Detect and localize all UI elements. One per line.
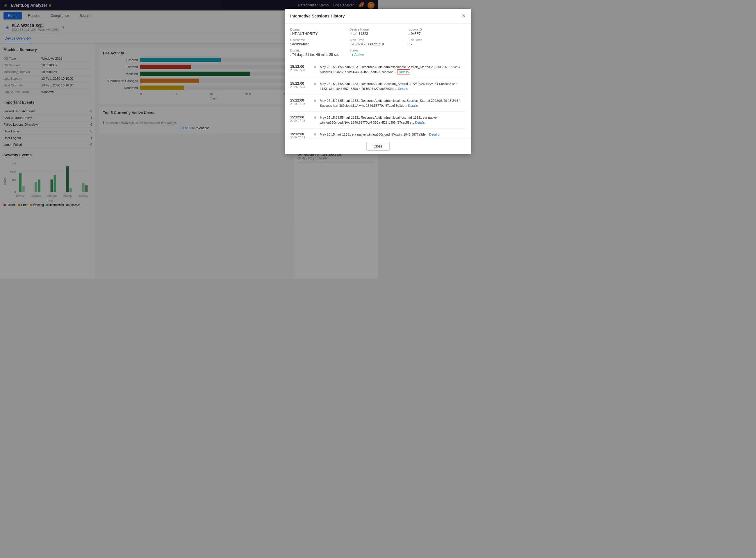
modal-header: Interactive Sessions History ✕ xyxy=(285,9,378,24)
session-entry-1: 15:12:00 2019-07-08 May 26 15:24:55 hari… xyxy=(290,78,378,95)
session-dot-3 xyxy=(314,117,316,119)
close-button[interactable]: Close xyxy=(367,142,378,151)
session-entry-3: 15:12:00 2019-07-08 May 26 15:24:55 hari… xyxy=(290,112,378,129)
session-date-4: 2019-07-08 xyxy=(290,136,310,138)
interactive-sessions-modal: Interactive Sessions History ✕ Domain : … xyxy=(285,9,378,154)
session-text-4: May 26 15 hari-11531 ela-native-win:log3… xyxy=(320,132,378,138)
session-text-0: May 26 15:24:55 hari-11531 ResourceAudit… xyxy=(320,65,378,74)
session-time-3: 15:12:00 xyxy=(290,115,310,119)
domain-value: : NT AUTHORITY xyxy=(290,32,347,36)
session-date-0: 2019-07-08 xyxy=(290,69,310,72)
session-text-1: May 26 15:24:55 hari-11531 ResourceAudit… xyxy=(320,81,378,91)
session-dot-0 xyxy=(314,66,316,68)
modal-overlay: Interactive Sessions History ✕ Domain : … xyxy=(0,0,378,279)
session-time-2: 15:12:00 xyxy=(290,98,310,102)
modal-info-start-time: Start Time : 2022-10-31 06:21:18 xyxy=(350,38,378,46)
session-text-2: May 26 15:24:55 hari-11531 ResourceAudit… xyxy=(320,98,378,108)
session-time-col-1: 15:12:00 2019-07-08 xyxy=(290,81,310,91)
session-time-col-2: 15:12:00 2019-07-08 xyxy=(290,98,310,108)
modal-info-username: Username : Admin-test xyxy=(290,38,347,46)
session-dot-4 xyxy=(314,133,316,135)
modal-info-duration: Duration : 74 days 21 hrs 46 mins 25 sec xyxy=(290,49,347,57)
domain-label: Domain xyxy=(290,28,347,31)
modal-body[interactable]: 15:12:00 2019-07-08 May 26 15:24:55 hari… xyxy=(285,61,378,138)
session-text-3: May 26 15:24:55 hari-11531 ResourceAudit… xyxy=(320,115,378,125)
session-entry-0: 15:12:00 2019-07-08 May 26 15:24:55 hari… xyxy=(290,61,378,78)
session-time-1: 15:12:00 xyxy=(290,81,310,85)
session-time-0: 15:12:00 xyxy=(290,65,310,69)
session-date-1: 2019-07-08 xyxy=(290,85,310,89)
session-entry-2: 15:12:00 2019-07-08 May 26 15:24:55 hari… xyxy=(290,95,378,112)
session-time-col-4: 15:12:00 2019-07-08 xyxy=(290,132,310,138)
session-date-3: 2019-07-08 xyxy=(290,119,310,123)
modal-footer: Close xyxy=(285,138,378,154)
session-dot-1 xyxy=(314,83,316,85)
modal-title: Interactive Sessions History xyxy=(290,14,345,18)
session-entry-4: 15:12:00 2019-07-08 May 26 15 hari-11531… xyxy=(290,129,378,138)
start-time-label: Start Time xyxy=(350,38,378,42)
session-dot-2 xyxy=(314,100,316,102)
duration-label: Duration xyxy=(290,49,347,52)
status-label: Status xyxy=(350,49,378,52)
device-name-value: : hari-11323 xyxy=(350,32,378,36)
username-label: Username xyxy=(290,38,347,42)
status-value: : ● Active xyxy=(350,53,378,57)
username-value: : Admin-test xyxy=(290,42,347,46)
modal-info-status: Status : ● Active xyxy=(350,49,378,57)
session-time-4: 15:12:00 xyxy=(290,132,310,136)
session-time-col-3: 15:12:00 2019-07-08 xyxy=(290,115,310,125)
modal-info-grid: Domain : NT AUTHORITY Device Name : hari… xyxy=(285,24,378,61)
duration-value: : 74 days 21 hrs 46 mins 25 sec xyxy=(290,53,347,57)
modal-info-domain: Domain : NT AUTHORITY xyxy=(290,28,347,36)
start-time-value: : 2022-10-31 06:21:18 xyxy=(350,42,378,46)
session-time-col-0: 15:12:00 2019-07-08 xyxy=(290,65,310,74)
device-name-label: Device Name xyxy=(350,28,378,31)
modal-info-device: Device Name : hari-11323 xyxy=(350,28,378,36)
session-date-2: 2019-07-08 xyxy=(290,102,310,106)
